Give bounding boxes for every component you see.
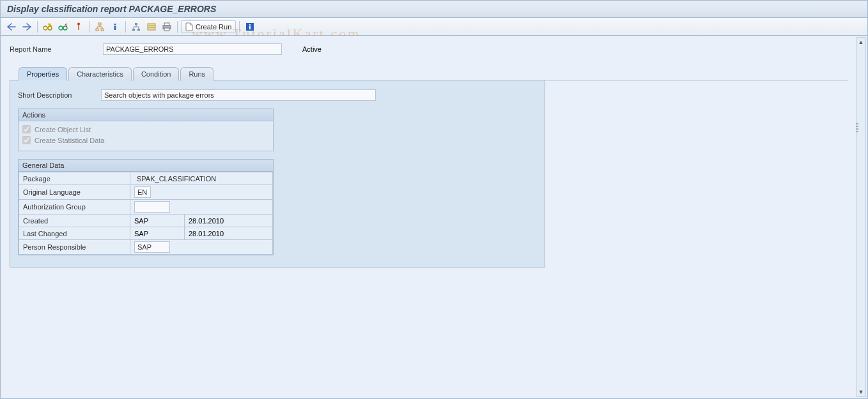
toolbar-separator [239, 21, 240, 33]
tab-runs[interactable]: Runs [180, 67, 213, 80]
orig-lang-field[interactable]: EN [134, 186, 151, 198]
last-changed-by-field: SAP [134, 230, 148, 237]
glasses-sparkle-icon [58, 22, 68, 31]
table-row: Person Responsible SAP [19, 240, 273, 255]
create-statistical-data-label: Create Statistical Data [35, 137, 104, 144]
page-title: Display classification report PACKAGE_ER… [7, 4, 216, 14]
responsible-label: Person Responsible [19, 240, 130, 255]
document-icon [185, 22, 193, 31]
svg-rect-10 [114, 26, 116, 30]
short-description-row: Short Description Search objects with pa… [18, 89, 537, 101]
create-statistical-data-checkbox[interactable]: Create Statistical Data [22, 136, 269, 144]
toolbar-separator [37, 21, 38, 33]
where-used-button[interactable] [93, 20, 107, 33]
svg-point-5 [77, 22, 80, 25]
content-inner: Report Name PACKAGE_ERRORS Active Proper… [1, 36, 855, 398]
active-status: Active [302, 45, 322, 53]
print-icon [162, 22, 171, 31]
toolbar-separator [177, 21, 178, 33]
object-list-button[interactable] [129, 20, 143, 33]
svg-rect-12 [132, 29, 135, 31]
svg-rect-6 [98, 23, 101, 25]
short-description-label: Short Description [18, 91, 101, 99]
create-object-list-checkbox[interactable]: Create Object List [22, 125, 269, 133]
toolbar-separator [125, 21, 126, 33]
svg-rect-14 [148, 24, 155, 30]
general-data-title: General Data [19, 160, 273, 172]
documentation-button[interactable] [243, 20, 257, 33]
report-name-label: Report Name [10, 45, 99, 53]
tab-properties[interactable]: Properties [19, 67, 67, 80]
auth-group-label: Authorization Group [19, 200, 130, 215]
actions-title: Actions [19, 109, 273, 121]
svg-point-0 [43, 26, 47, 30]
svg-point-2 [59, 26, 63, 30]
tab-panel-properties: Short Description Search objects with pa… [10, 80, 545, 267]
info-box-icon [245, 22, 254, 31]
svg-rect-8 [101, 29, 104, 31]
svg-rect-7 [96, 29, 98, 31]
arrow-right-icon [22, 23, 31, 31]
package-label: Package [19, 172, 130, 185]
tab-condition[interactable]: Condition [133, 67, 179, 80]
svg-point-1 [48, 26, 52, 30]
splitter-handle[interactable] [856, 115, 860, 140]
svg-rect-15 [164, 23, 169, 26]
responsible-field[interactable]: SAP [134, 241, 170, 253]
table-row: Authorization Group [19, 200, 273, 215]
tab-characteristics[interactable]: Characteristics [68, 67, 132, 80]
package-field[interactable]: SPAK_CLASSIFICATION [134, 175, 268, 183]
svg-rect-13 [137, 29, 140, 31]
glasses-pencil-icon [43, 22, 53, 31]
created-on-field: 28.01.2010 [189, 217, 224, 225]
tabstrip: Properties Characteristics Condition Run… [10, 66, 848, 80]
svg-rect-17 [164, 28, 169, 31]
create-run-button[interactable]: Create Run [181, 20, 236, 33]
svg-point-3 [63, 26, 67, 30]
svg-rect-11 [135, 23, 137, 25]
create-statistical-data-input [22, 136, 31, 144]
create-object-list-label: Create Object List [35, 126, 91, 133]
forward-button[interactable] [20, 20, 34, 33]
create-run-label: Create Run [196, 23, 231, 31]
arrow-left-icon [7, 23, 16, 31]
table-row: Created SAP 28.01.2010 [19, 215, 273, 227]
scroll-up-icon[interactable]: ▲ [856, 38, 865, 47]
hierarchy-up-icon [95, 22, 104, 31]
report-name-field[interactable]: PACKAGE_ERRORS [103, 43, 282, 55]
worklist-button[interactable] [144, 20, 159, 33]
auth-group-field[interactable] [134, 201, 170, 213]
short-description-field[interactable]: Search objects with package errors [101, 89, 376, 101]
vertical-scrollbar[interactable]: ▲ ▼ [856, 37, 866, 397]
svg-rect-20 [249, 26, 251, 29]
back-button[interactable] [4, 20, 19, 33]
last-changed-label: Last Changed [19, 227, 130, 240]
header-row: Report Name PACKAGE_ERRORS Active [10, 43, 848, 55]
print-button[interactable] [160, 20, 174, 33]
last-changed-on-field: 28.01.2010 [189, 230, 224, 237]
info-button[interactable] [108, 20, 122, 33]
hierarchy-icon [132, 22, 141, 31]
table-row: Package SPAK_CLASSIFICATION [19, 172, 273, 185]
svg-rect-19 [249, 24, 251, 26]
created-label: Created [19, 215, 130, 227]
scroll-down-icon[interactable]: ▼ [856, 388, 865, 396]
table-row: Original Language EN [19, 185, 273, 200]
activate-button[interactable] [72, 20, 86, 33]
info-icon [111, 22, 120, 31]
actions-groupbox: Actions Create Object List Create Statis… [18, 109, 274, 151]
list-window-icon [147, 22, 156, 31]
display-change-button[interactable] [41, 20, 55, 33]
orig-lang-label: Original Language [19, 185, 130, 200]
general-data-groupbox: General Data Package SPAK_CLASSIFICATION… [18, 159, 274, 255]
created-by-field: SAP [134, 217, 148, 225]
svg-rect-9 [114, 24, 116, 26]
content-area: ▲ ▼ Report Name PACKAGE_ERRORS Active Pr… [0, 36, 868, 399]
table-row: Last Changed SAP 28.01.2010 [19, 227, 273, 240]
application-toolbar: Create Run [0, 18, 868, 36]
matchstick-icon [74, 22, 83, 31]
title-bar: Display classification report PACKAGE_ER… [0, 0, 868, 18]
create-object-list-input [22, 125, 31, 133]
general-data-table: Package SPAK_CLASSIFICATION Original Lan… [19, 172, 273, 255]
other-object-button[interactable] [56, 20, 70, 33]
